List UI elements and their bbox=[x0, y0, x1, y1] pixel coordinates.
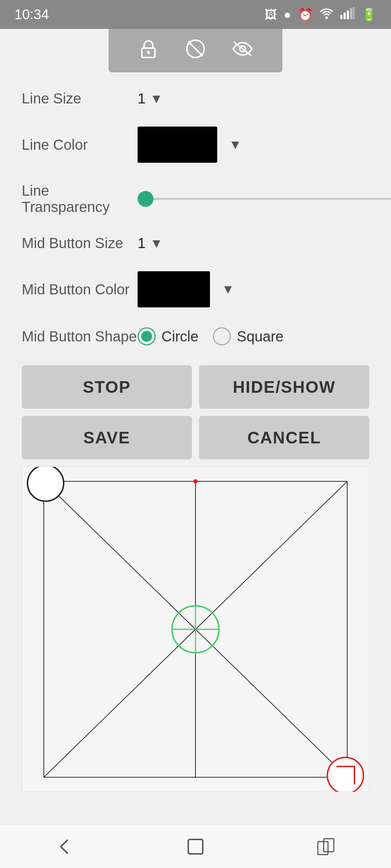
svg-line-11 bbox=[234, 42, 251, 56]
line-color-swatch bbox=[138, 127, 217, 163]
svg-rect-1 bbox=[340, 15, 342, 19]
line-size-label: Line Size bbox=[22, 90, 138, 107]
line-transparency-label: Line Transparency bbox=[22, 183, 138, 215]
radio-square[interactable]: Square bbox=[213, 327, 283, 345]
battery-icon: 🔋 bbox=[361, 7, 377, 22]
hide-icon bbox=[232, 41, 253, 61]
line-transparency-thumb[interactable] bbox=[138, 191, 154, 207]
no-entry-button[interactable] bbox=[177, 36, 214, 65]
svg-rect-3 bbox=[347, 10, 349, 19]
mid-button-size-value: 1 bbox=[138, 235, 146, 251]
radio-square-label: Square bbox=[237, 328, 283, 345]
radio-circle-inner bbox=[141, 331, 152, 342]
nav-bar bbox=[0, 825, 391, 868]
svg-rect-4 bbox=[350, 8, 352, 19]
svg-rect-24 bbox=[324, 839, 334, 852]
lock-button[interactable] bbox=[130, 36, 167, 65]
line-color-dropdown[interactable]: ▼ bbox=[138, 127, 242, 163]
mid-button-shape-label: Mid Button Shape bbox=[22, 328, 138, 345]
line-size-value: 1 bbox=[138, 90, 146, 107]
mid-button-shape-row: Mid Button Shape Circle Square bbox=[22, 327, 369, 345]
no-entry-icon bbox=[185, 39, 206, 63]
svg-rect-5 bbox=[353, 7, 355, 19]
svg-point-0 bbox=[325, 17, 328, 19]
alarm-icon: ⏰ bbox=[298, 7, 313, 22]
svg-rect-22 bbox=[188, 839, 203, 854]
recents-button[interactable] bbox=[315, 836, 337, 858]
action-buttons: STOP HIDE/SHOW SAVE CANCEL bbox=[22, 365, 369, 459]
mid-button-size-label: Mid Button Size bbox=[22, 235, 138, 251]
mid-button-color-swatch bbox=[138, 271, 210, 307]
radio-circle[interactable]: Circle bbox=[138, 327, 198, 345]
status-time: 10:34 bbox=[14, 7, 49, 22]
mid-button-size-row: Mid Button Size 1 ▼ bbox=[22, 235, 369, 251]
line-color-label: Line Color bbox=[22, 137, 138, 153]
mid-button-color-label: Mid Button Color bbox=[22, 281, 138, 298]
mid-button-size-arrow-icon: ▼ bbox=[150, 236, 163, 251]
line-size-dropdown[interactable]: 1 ▼ bbox=[138, 90, 163, 107]
wifi-icon bbox=[319, 7, 334, 22]
home-button[interactable] bbox=[185, 836, 206, 858]
cancel-button[interactable]: CANCEL bbox=[199, 416, 369, 459]
line-size-arrow-icon: ▼ bbox=[150, 91, 163, 106]
toolbar bbox=[109, 29, 282, 72]
svg-point-7 bbox=[147, 51, 150, 54]
svg-rect-2 bbox=[344, 13, 346, 19]
canvas-area[interactable] bbox=[22, 467, 369, 792]
save-button[interactable]: SAVE bbox=[22, 416, 192, 459]
mid-button-shape-radio-group: Circle Square bbox=[138, 327, 369, 345]
radio-square-outer bbox=[213, 327, 231, 345]
dot-icon: ● bbox=[283, 8, 291, 22]
radio-circle-outer bbox=[138, 327, 156, 345]
svg-point-21 bbox=[193, 479, 198, 484]
line-color-arrow-icon: ▼ bbox=[229, 137, 242, 152]
line-size-row: Line Size 1 ▼ bbox=[22, 90, 369, 107]
canvas-svg bbox=[22, 467, 369, 792]
mid-button-size-dropdown[interactable]: 1 ▼ bbox=[138, 235, 163, 251]
svg-point-20 bbox=[327, 757, 363, 792]
line-color-row: Line Color ▼ bbox=[22, 127, 369, 163]
svg-line-9 bbox=[188, 42, 203, 56]
lock-icon bbox=[138, 39, 159, 63]
line-transparency-row: Line Transparency bbox=[22, 183, 369, 215]
signal-icon bbox=[340, 7, 355, 22]
svg-rect-23 bbox=[318, 842, 328, 855]
line-transparency-slider-container bbox=[138, 198, 391, 200]
mid-button-color-arrow-icon: ▼ bbox=[222, 282, 235, 297]
svg-point-16 bbox=[28, 467, 64, 501]
main-content: Line Size 1 ▼ Line Color ▼ Line Transpar… bbox=[0, 72, 391, 345]
mid-button-color-dropdown[interactable]: ▼ bbox=[138, 271, 235, 307]
back-button[interactable] bbox=[54, 836, 76, 858]
status-icons: 🖼 ● ⏰ 🔋 bbox=[265, 7, 377, 22]
stop-button[interactable]: STOP bbox=[22, 365, 192, 409]
hide-show-button[interactable]: HIDE/SHOW bbox=[199, 365, 369, 409]
radio-circle-label: Circle bbox=[161, 328, 198, 345]
status-bar: 10:34 🖼 ● ⏰ 🔋 bbox=[0, 0, 391, 29]
mid-button-color-row: Mid Button Color ▼ bbox=[22, 271, 369, 307]
gallery-icon: 🖼 bbox=[265, 8, 277, 22]
hide-button[interactable] bbox=[224, 36, 261, 65]
line-transparency-track[interactable] bbox=[138, 198, 391, 200]
